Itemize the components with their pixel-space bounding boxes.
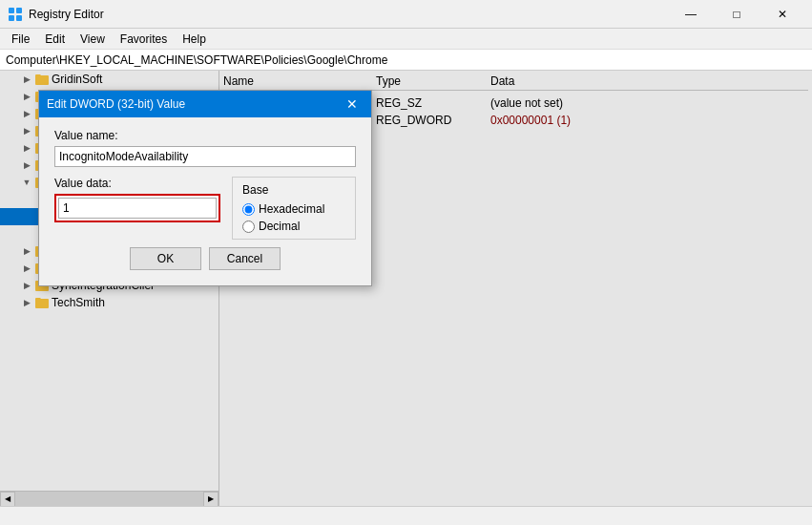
edit-dword-dialog: Edit DWORD (32-bit) Value ✕ Value name: …: [38, 90, 372, 286]
value-name-label: Value name:: [54, 129, 356, 142]
dialog-title: Edit DWORD (32-bit) Value: [47, 97, 341, 111]
radio-hex-input[interactable]: [242, 203, 255, 216]
address-path: Computer\HKEY_LOCAL_MACHINE\SOFTWARE\Pol…: [6, 53, 387, 67]
base-label: Base: [242, 183, 345, 197]
close-button[interactable]: ✕: [760, 0, 804, 29]
menu-edit[interactable]: Edit: [37, 31, 73, 48]
title-bar: Registry Editor — □ ✕: [0, 0, 812, 29]
menu-help[interactable]: Help: [175, 31, 214, 48]
app-icon: [8, 7, 23, 22]
window-controls: — □ ✕: [669, 0, 804, 29]
status-bar: [0, 506, 812, 525]
minimize-button[interactable]: —: [669, 0, 713, 29]
value-data-row: Value data: Base Hexadecimal: [54, 177, 356, 240]
base-section: Base Hexadecimal Decimal: [232, 177, 356, 240]
radio-decimal[interactable]: Decimal: [242, 220, 345, 233]
radio-hex-label: Hexadecimal: [259, 202, 324, 216]
dialog-close-button[interactable]: ✕: [341, 93, 364, 116]
value-data-wrapper: [54, 194, 220, 222]
dialog-body: Value name: Value data: Base: [39, 117, 371, 285]
cancel-button[interactable]: Cancel: [209, 247, 281, 270]
maximize-button[interactable]: □: [715, 0, 759, 29]
address-bar: Computer\HKEY_LOCAL_MACHINE\SOFTWARE\Pol…: [0, 50, 812, 71]
value-data-section: Value data:: [54, 177, 220, 222]
main-content: ▶ GridinSoft ▶ Notepad++ ▶ OD: [0, 71, 812, 506]
svg-rect-3: [16, 15, 22, 21]
window-title: Registry Editor: [29, 8, 669, 21]
svg-rect-0: [9, 8, 14, 13]
radio-group: Hexadecimal Decimal: [242, 202, 345, 233]
radio-dec-label: Decimal: [259, 220, 300, 233]
dialog-buttons: OK Cancel: [54, 240, 356, 274]
menu-view[interactable]: View: [73, 31, 113, 48]
menu-file[interactable]: File: [4, 31, 37, 48]
svg-rect-1: [16, 8, 22, 13]
value-data-label: Value data:: [54, 177, 220, 190]
radio-dec-input[interactable]: [242, 220, 255, 233]
value-name-input[interactable]: [54, 146, 356, 167]
value-data-input[interactable]: [58, 198, 217, 219]
radio-hexadecimal[interactable]: Hexadecimal: [242, 202, 345, 216]
ok-button[interactable]: OK: [130, 247, 201, 270]
modal-overlay: Edit DWORD (32-bit) Value ✕ Value name: …: [0, 71, 812, 506]
svg-rect-2: [9, 15, 14, 21]
menu-favorites[interactable]: Favorites: [113, 31, 175, 48]
dialog-title-bar: Edit DWORD (32-bit) Value ✕: [39, 91, 371, 117]
menu-bar: File Edit View Favorites Help: [0, 29, 812, 50]
